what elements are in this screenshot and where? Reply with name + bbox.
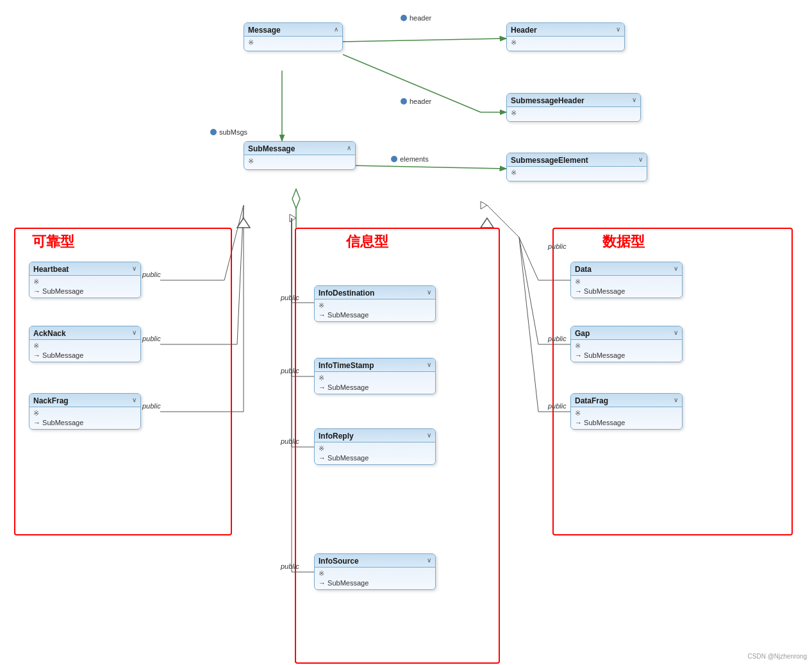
infosource-title: InfoSource (319, 557, 359, 566)
uml-infots: InfoTimeStamp ∨ ※ → SubMessage (314, 358, 436, 394)
data-title: Data (575, 265, 592, 274)
pub-gap: public (548, 335, 567, 342)
inforeply-icon: ※ (319, 444, 431, 453)
uml-gap: Gap ∨ ※ → SubMessage (570, 326, 683, 362)
data-chevron: ∨ (674, 265, 678, 272)
svg-line-7 (349, 165, 506, 169)
data-inherit: → SubMessage (575, 287, 678, 295)
inforeply-chevron: ∨ (427, 432, 431, 439)
submsgs-arrow-label: subMsgs (210, 128, 247, 136)
inforeply-title: InfoReply (319, 432, 354, 441)
acknack-title: AckNack (33, 329, 66, 338)
uml-submsgelem: SubmessageElement ∨ ※ (506, 153, 647, 181)
elements-dot (391, 156, 397, 162)
watermark: CSDN @Njzhenrong (748, 653, 807, 660)
svg-marker-19 (290, 214, 296, 222)
submsgheader-title: SubmessageHeader (511, 96, 584, 105)
submessage-title: SubMessage (248, 144, 295, 153)
header-title: Header (511, 26, 537, 35)
infodest-icon: ※ (319, 301, 431, 310)
svg-line-33 (519, 237, 538, 412)
submsgelem-title: SubmessageElement (511, 156, 588, 165)
infosource-inherit: → SubMessage (319, 579, 431, 587)
uml-header: Header ∨ ※ (506, 22, 625, 51)
header-dot-2 (401, 98, 407, 105)
datafrag-title: DataFrag (575, 396, 608, 405)
header-arrow-label-1: header (401, 14, 431, 22)
infodest-chevron: ∨ (427, 289, 431, 296)
uml-infosource: InfoSource ∨ ※ → SubMessage (314, 553, 436, 590)
datafrag-chevron: ∨ (674, 396, 678, 403)
pub-infosource: public (281, 562, 299, 570)
elements-arrow-label: elements (391, 155, 429, 163)
gap-inherit: → SubMessage (575, 351, 678, 359)
submessage-icon: ※ (248, 157, 351, 165)
uml-nackfrag: NackFrag ∨ ※ → SubMessage (29, 393, 141, 430)
svg-marker-34 (237, 218, 250, 228)
header-arrow-label-2: header (401, 97, 431, 105)
acknack-inherit: → SubMessage (33, 351, 137, 359)
submsgelem-icon: ※ (511, 169, 643, 177)
svg-line-27 (519, 237, 538, 280)
infosource-chevron: ∨ (427, 557, 431, 564)
uml-infodest: InfoDestination ∨ ※ → SubMessage (314, 285, 436, 322)
infots-icon: ※ (319, 374, 431, 382)
heartbeat-inherit: → SubMessage (33, 287, 137, 295)
uml-message: Message ∧ ※ (244, 22, 343, 51)
data-icon: ※ (575, 278, 678, 286)
infodest-title: InfoDestination (319, 289, 374, 298)
gap-chevron: ∨ (674, 329, 678, 336)
infosource-icon: ※ (319, 569, 431, 578)
inforeply-inherit: → SubMessage (319, 454, 431, 462)
svg-line-13 (237, 205, 244, 344)
infots-chevron: ∨ (427, 361, 431, 368)
uml-submessage: SubMessage ∧ ※ (244, 141, 356, 170)
nackfrag-title: NackFrag (33, 396, 69, 405)
message-icon: ※ (248, 38, 338, 47)
pub-infodest: public (281, 294, 299, 301)
nackfrag-icon: ※ (33, 409, 137, 417)
pub-infots: public (281, 367, 299, 375)
gap-icon: ※ (575, 342, 678, 350)
header-icon: ※ (511, 38, 620, 47)
pub-inforeply: public (281, 437, 299, 445)
infots-inherit: → SubMessage (319, 383, 431, 391)
svg-line-31 (519, 237, 538, 344)
acknack-icon: ※ (33, 342, 137, 350)
submsgs-dot (210, 129, 217, 135)
svg-marker-35 (481, 218, 493, 228)
group-info-label: 信息型 (346, 232, 388, 251)
uml-datafrag: DataFrag ∨ ※ → SubMessage (570, 393, 683, 430)
diagram-container: 可靠型 信息型 数据型 header header subMsgs elemen… (0, 0, 812, 665)
submsgelem-chevron: ∨ (638, 156, 643, 163)
infots-title: InfoTimeStamp (319, 361, 374, 370)
pub-data: public (548, 242, 567, 250)
datafrag-icon: ※ (575, 409, 678, 417)
header-dot-1 (401, 15, 407, 21)
submessage-chevron: ∧ (347, 144, 351, 151)
heartbeat-title: Heartbeat (33, 265, 69, 274)
nackfrag-chevron: ∨ (132, 396, 137, 403)
svg-line-3 (343, 38, 506, 42)
infodest-inherit: → SubMessage (319, 311, 431, 319)
submsgheader-icon: ※ (511, 109, 636, 117)
nackfrag-inherit: → SubMessage (33, 419, 137, 426)
uml-inforeply: InfoReply ∨ ※ → SubMessage (314, 428, 436, 465)
uml-heartbeat: Heartbeat ∨ ※ → SubMessage (29, 262, 141, 298)
group-data-label: 数据型 (602, 232, 645, 251)
uml-data: Data ∨ ※ → SubMessage (570, 262, 683, 298)
uml-submsgheader: SubmessageHeader ∨ ※ (506, 93, 641, 122)
heartbeat-chevron: ∨ (132, 265, 137, 272)
acknack-chevron: ∨ (132, 329, 137, 336)
group-reliable-label: 可靠型 (32, 232, 74, 251)
pub-datafrag: public (548, 402, 567, 410)
svg-marker-9 (292, 189, 300, 208)
datafrag-inherit: → SubMessage (575, 419, 678, 426)
svg-marker-29 (481, 201, 487, 209)
pub-heartbeat: public (142, 271, 161, 278)
gap-title: Gap (575, 329, 590, 338)
heartbeat-icon: ※ (33, 278, 137, 286)
uml-acknack: AckNack ∨ ※ → SubMessage (29, 326, 141, 362)
message-chevron: ∧ (334, 26, 338, 33)
pub-nackfrag: public (142, 402, 161, 410)
